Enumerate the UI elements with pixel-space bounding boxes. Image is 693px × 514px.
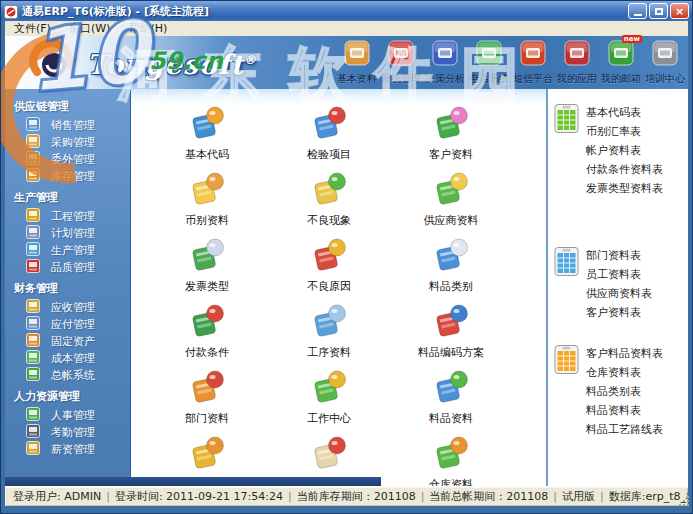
- ledger-icon: [26, 367, 40, 384]
- sidebar-item[interactable]: 总帐系统: [5, 367, 130, 384]
- sidebar-item[interactable]: 固定资产: [5, 333, 130, 350]
- receivables-icon: [26, 299, 40, 316]
- sidebar-item[interactable]: 薪资管理: [5, 441, 130, 458]
- shortcut-item[interactable]: 料品类别: [399, 235, 503, 301]
- toolbar-button[interactable]: 电话系统: [467, 40, 511, 86]
- shortcut-item[interactable]: 客户资料: [399, 103, 503, 169]
- shortcut-item[interactable]: 不良原因: [277, 235, 381, 301]
- sidebar-section-title: 财务管理: [5, 276, 130, 299]
- report-link[interactable]: 部门资料表: [586, 246, 652, 265]
- sidebar-item[interactable]: 成本管理: [5, 350, 130, 367]
- sidebar-item[interactable]: 生产管理: [5, 242, 130, 259]
- department-data-icon: [188, 367, 226, 409]
- menu-item[interactable]: 帮助(H): [119, 21, 176, 36]
- report-link[interactable]: 供应商资料表: [586, 284, 652, 303]
- maximize-button[interactable]: [649, 3, 668, 19]
- sidebar-item-label: 采购管理: [51, 135, 95, 150]
- sidebar-item[interactable]: 工程管理: [5, 208, 130, 225]
- maximize-icon: [655, 8, 663, 15]
- sidebar-item-label: 薪资管理: [51, 442, 95, 457]
- shortcut-label: 基本代码: [185, 147, 229, 162]
- toolbar-button[interactable]: 基本资料: [335, 40, 379, 86]
- sidebar-item[interactable]: 人事管理: [5, 407, 130, 424]
- close-button[interactable]: ×: [670, 3, 689, 19]
- account-data-icon: [310, 433, 348, 475]
- toolbar-button[interactable]: new我的邮箱: [599, 40, 643, 86]
- shortcut-item[interactable]: 料品编码方案: [399, 301, 503, 367]
- shortcut-label: 工作中心: [307, 411, 351, 426]
- sidebar-item[interactable]: 委外管理: [5, 151, 130, 168]
- sidebar-item[interactable]: 应收管理: [5, 299, 130, 316]
- shortcut-item[interactable]: 工序资料: [277, 301, 381, 367]
- item-category-icon: [432, 235, 470, 277]
- shortcut-item[interactable]: 工作中心: [277, 367, 381, 433]
- report-link[interactable]: 帐户资料表: [586, 141, 663, 160]
- menu-item[interactable]: 文件(F): [5, 21, 60, 36]
- sidebar-item[interactable]: 采购管理: [5, 134, 130, 151]
- shortcut-label: 部门资料: [185, 411, 229, 426]
- toolbar-button[interactable]: 决策分析: [423, 40, 467, 86]
- process-data-icon: [310, 301, 348, 343]
- sidebar-item-label: 固定资产: [51, 334, 95, 349]
- shortcut-item[interactable]: 部门资料: [155, 367, 259, 433]
- sidebar-item-label: 人事管理: [51, 408, 95, 423]
- invoice-type-icon: [188, 235, 226, 277]
- planning-icon: [26, 225, 40, 242]
- status-separator: |: [101, 490, 115, 503]
- report-link[interactable]: 客户料品资料表: [586, 344, 663, 363]
- sidebar-section-title: 人力资源管理: [5, 384, 130, 407]
- report-link[interactable]: 基本代码表: [586, 103, 663, 122]
- sidebar-item[interactable]: 计划管理: [5, 225, 130, 242]
- toolbar-label: 电话系统: [469, 72, 509, 86]
- status-segment: 当前总帐期间：201108: [429, 489, 548, 504]
- sales-icon: [26, 117, 40, 134]
- production-icon: [26, 242, 40, 259]
- shortcut-item[interactable]: 发票类型: [155, 235, 259, 301]
- toolbar-button[interactable]: 我的应用: [555, 40, 599, 86]
- shortcut-item[interactable]: 料品资料: [399, 367, 503, 433]
- shortcut-item[interactable]: 供应商资料: [399, 169, 503, 235]
- shortcut-label: 币别资料: [185, 213, 229, 228]
- toolbar-button[interactable]: 培训中心: [643, 40, 687, 86]
- shortcut-item[interactable]: 付款条件: [155, 301, 259, 367]
- toolbar-button[interactable]: 短信平台: [511, 40, 555, 86]
- toolbar-button[interactable]: 系统管理: [379, 40, 423, 86]
- menu-item[interactable]: 窗口(W): [60, 21, 119, 36]
- defect-phenomenon-icon: [310, 169, 348, 211]
- report-link[interactable]: 发票类型资料表: [586, 179, 663, 198]
- shortcut-item[interactable]: 币别资料: [155, 169, 259, 235]
- shortcut-item[interactable]: 检验项目: [277, 103, 381, 169]
- basic-code-icon: [188, 103, 226, 145]
- report-link[interactable]: 员工资料表: [586, 265, 652, 284]
- shortcut-label: 付款条件: [185, 345, 229, 360]
- report-panel: 基本代码表币别汇率表帐户资料表付款条件资料表发票类型资料表 部门资料表员工资料表…: [548, 89, 688, 486]
- defect-reason-icon: [310, 235, 348, 277]
- module-sidebar: 供应链管理 销售管理 采购管理 委外管理 库存管理生产管理 工程管理 计划管理 …: [5, 89, 131, 486]
- report-link[interactable]: 币别汇率表: [586, 122, 663, 141]
- report-link[interactable]: 料品工艺路线表: [586, 420, 663, 439]
- shortcut-item[interactable]: 不良现象: [277, 169, 381, 235]
- sidebar-item[interactable]: 库存管理: [5, 168, 130, 185]
- shortcut-label: 不良原因: [307, 279, 351, 294]
- report-link[interactable]: 仓库资料表: [586, 363, 663, 382]
- shortcut-item[interactable]: 基本代码: [155, 103, 259, 169]
- sidebar-item[interactable]: 品质管理: [5, 259, 130, 276]
- sidebar-item[interactable]: 应付管理: [5, 316, 130, 333]
- toolbar-label: 系统管理: [381, 72, 421, 86]
- basic-data-icon: [344, 40, 370, 70]
- resize-grip[interactable]: [678, 492, 690, 511]
- minimize-button[interactable]: [628, 3, 647, 19]
- sidebar-item-label: 工程管理: [51, 209, 95, 224]
- status-segment: 登录时间: 2011-09-21 17:54:24: [115, 489, 283, 504]
- sidebar-item[interactable]: 考勤管理: [5, 424, 130, 441]
- report-link[interactable]: 料品类别表: [586, 382, 663, 401]
- sidebar-item-label: 应收管理: [51, 300, 95, 315]
- toolbar-label: 决策分析: [425, 72, 465, 86]
- report-link[interactable]: 客户资料表: [586, 303, 652, 322]
- sidebar-item[interactable]: 销售管理: [5, 117, 130, 134]
- report-link[interactable]: 料品资料表: [586, 401, 663, 420]
- brand-name: Tongesoft®: [87, 49, 257, 80]
- item-data-icon: [432, 367, 470, 409]
- report-link[interactable]: 付款条件资料表: [586, 160, 663, 179]
- supplier-data-icon: [432, 169, 470, 211]
